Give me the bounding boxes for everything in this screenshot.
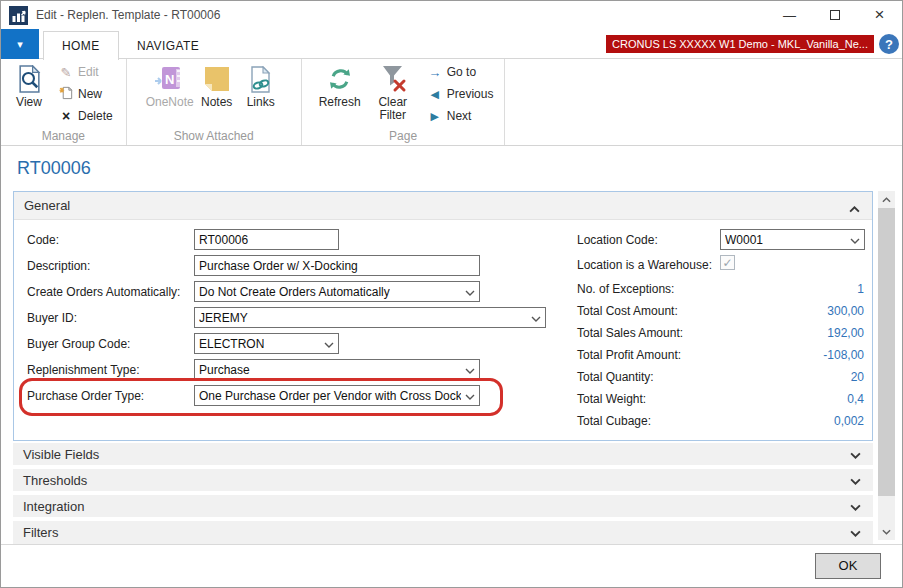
fasttab-filters[interactable]: Filters — [13, 521, 873, 546]
total-quantity-label: Total Quantity: — [577, 370, 654, 384]
scrollbar-thumb[interactable] — [878, 208, 895, 496]
close-icon: × — [875, 5, 885, 25]
purchase-order-type-label: Purchase Order Type: — [27, 389, 144, 403]
links-chain-icon — [249, 63, 273, 95]
manage-group-label: Manage — [1, 129, 126, 143]
tab-home[interactable]: HOME — [43, 31, 119, 60]
location-is-warehouse-label: Location is a Warehouse: — [577, 258, 712, 272]
clear-filter-label: Clear Filter — [371, 96, 415, 122]
description-label: Description: — [27, 259, 90, 273]
notes-button[interactable]: Notes — [195, 61, 239, 111]
total-cost-amount-value: 300,00 — [744, 304, 864, 318]
edit-label: Edit — [78, 65, 99, 79]
page-content: RT00006 General Code: Description: Creat… — [1, 146, 902, 546]
chevron-down-icon — [850, 504, 861, 511]
window-title: Edit - Replen. Template - RT00006 — [36, 8, 220, 22]
delete-label: Delete — [78, 109, 113, 123]
app-logo-icon — [9, 6, 28, 25]
ribbon-group-manage: View ✎ Edit New — [1, 59, 127, 145]
refresh-label: Refresh — [319, 96, 361, 109]
maximize-button[interactable] — [812, 1, 857, 29]
purchase-order-type-select[interactable]: One Purchase Order per Vendor with Cross… — [194, 385, 480, 406]
general-fasttab-header[interactable]: General — [14, 192, 872, 220]
close-button[interactable]: × — [857, 1, 902, 29]
create-orders-automatically-select[interactable]: Do Not Create Orders Automatically — [194, 281, 480, 302]
general-header-label: General — [24, 198, 70, 213]
total-cost-amount-label: Total Cost Amount: — [577, 304, 678, 318]
links-button[interactable]: Links — [239, 61, 283, 111]
replenishment-type-label: Replenishment Type: — [27, 363, 140, 377]
delete-button[interactable]: × Delete — [55, 105, 116, 127]
help-button[interactable]: ? — [879, 34, 899, 54]
refresh-icon — [326, 63, 354, 95]
goto-label: Go to — [447, 65, 476, 79]
onenote-icon: N — [154, 63, 182, 95]
scroll-down-arrow-icon[interactable] — [878, 523, 895, 540]
notes-label: Notes — [201, 96, 232, 109]
page-group-label: Page — [302, 129, 505, 143]
app-window: Edit - Replen. Template - RT00006 — × ▾ … — [0, 0, 903, 588]
code-input[interactable] — [194, 229, 339, 250]
tab-navigate[interactable]: NAVIGATE — [119, 31, 217, 60]
next-label: Next — [447, 109, 472, 123]
total-profit-amount-label: Total Profit Amount: — [577, 348, 681, 362]
location-is-warehouse-checkbox[interactable]: ✓ — [720, 255, 735, 270]
next-button[interactable]: ▶ Next — [424, 105, 497, 127]
links-label: Links — [247, 96, 275, 109]
clear-filter-button[interactable]: Clear Filter — [366, 61, 420, 124]
total-quantity-value: 20 — [744, 370, 864, 384]
show-attached-group-label: Show Attached — [127, 129, 301, 143]
ribbon-tab-row: ▾ HOME NAVIGATE CRONUS LS XXXXX W1 Demo … — [1, 29, 902, 59]
minimize-button[interactable]: — — [767, 1, 812, 29]
onenote-button[interactable]: N OneNote — [141, 61, 195, 111]
goto-button[interactable]: → Go to — [424, 61, 497, 83]
chevron-down-icon — [465, 290, 475, 296]
location-code-select[interactable]: W0001 — [720, 229, 865, 250]
chevron-up-icon[interactable] — [849, 201, 860, 216]
view-label: View — [16, 96, 42, 109]
buyer-group-code-select[interactable]: ELECTRON — [194, 333, 339, 354]
total-weight-value: 0,4 — [744, 392, 864, 406]
delete-x-icon: × — [58, 108, 74, 124]
pencil-icon: ✎ — [58, 65, 74, 80]
onenote-label: OneNote — [146, 96, 190, 109]
edit-button[interactable]: ✎ Edit — [55, 61, 116, 83]
total-cubage-label: Total Cubage: — [577, 414, 651, 428]
code-label: Code: — [27, 233, 59, 247]
total-profit-amount-value: -108,00 — [744, 348, 864, 362]
fasttab-thresholds[interactable]: Thresholds — [13, 469, 873, 493]
total-cubage-value: 0,002 — [744, 414, 864, 428]
title-bar: Edit - Replen. Template - RT00006 — × — [1, 1, 902, 29]
new-label: New — [78, 87, 102, 101]
ok-button[interactable]: OK — [815, 553, 881, 579]
next-triangle-icon: ▶ — [427, 110, 443, 123]
maximize-icon — [830, 10, 840, 20]
create-orders-automatically-label: Create Orders Automatically: — [27, 285, 180, 299]
buyer-id-select[interactable]: JEREMY — [194, 307, 546, 328]
vertical-scrollbar[interactable] — [878, 191, 895, 540]
scroll-up-arrow-icon[interactable] — [878, 191, 895, 208]
location-code-label: Location Code: — [577, 233, 658, 247]
svg-text:N: N — [165, 72, 174, 87]
new-button[interactable]: New — [55, 83, 116, 105]
total-sales-amount-value: 192,00 — [744, 326, 864, 340]
company-badge: CRONUS LS XXXXX W1 Demo - MKL_Vanilla_Ne… — [606, 35, 874, 53]
refresh-button[interactable]: Refresh — [314, 61, 366, 111]
minimize-icon: — — [783, 8, 796, 23]
no-of-exceptions-label: No. of Exceptions: — [577, 282, 674, 296]
chevron-down-icon — [850, 530, 861, 537]
previous-button[interactable]: ◀ Previous — [424, 83, 497, 105]
replenishment-type-select[interactable]: Purchase — [194, 359, 480, 380]
fasttab-visible-fields[interactable]: Visible Fields — [13, 443, 873, 467]
description-input[interactable] — [194, 255, 480, 276]
view-button[interactable]: View — [7, 61, 51, 111]
previous-label: Previous — [447, 87, 494, 101]
no-of-exceptions-value[interactable]: 1 — [744, 282, 864, 296]
chevron-down-icon — [324, 342, 334, 348]
clear-filter-icon — [378, 63, 408, 95]
fasttab-integration[interactable]: Integration — [13, 495, 873, 519]
chevron-down-icon — [531, 316, 541, 322]
application-menu-button[interactable]: ▾ — [1, 29, 39, 59]
chevron-down-icon — [465, 368, 475, 374]
chevron-down-icon — [850, 238, 860, 244]
